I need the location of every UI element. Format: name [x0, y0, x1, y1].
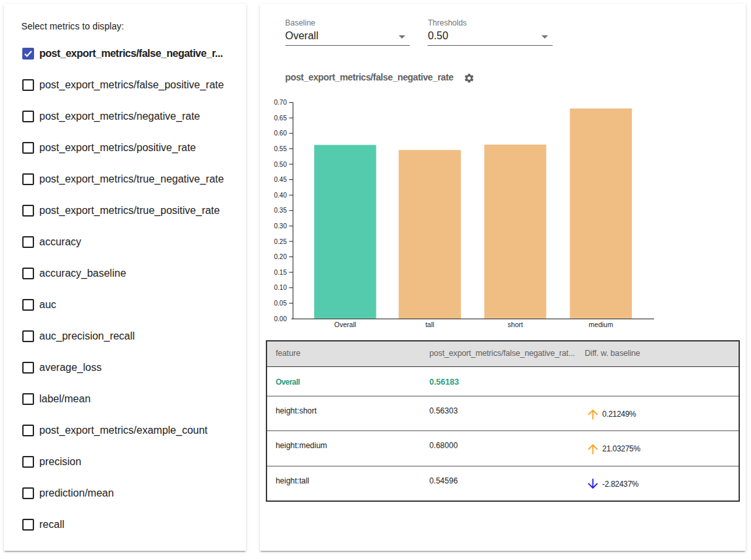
svg-text:Overall: Overall [335, 321, 356, 328]
svg-text:0.20: 0.20 [274, 253, 287, 260]
svg-text:short: short [507, 321, 522, 328]
svg-text:0.10: 0.10 [274, 284, 287, 291]
svg-text:0.60: 0.60 [274, 130, 287, 137]
svg-text:0.15: 0.15 [274, 269, 287, 276]
svg-text:0.50: 0.50 [274, 161, 287, 168]
svg-text:0.40: 0.40 [274, 192, 287, 199]
svg-text:0.55: 0.55 [274, 145, 287, 152]
svg-text:0.45: 0.45 [274, 176, 287, 183]
svg-text:0.35: 0.35 [274, 207, 287, 214]
svg-text:medium: medium [589, 321, 614, 328]
svg-text:0.65: 0.65 [274, 114, 287, 122]
svg-text:0.00: 0.00 [274, 315, 287, 323]
svg-text:0.70: 0.70 [274, 99, 287, 106]
svg-text:0.30: 0.30 [274, 222, 287, 230]
svg-text:0.25: 0.25 [274, 238, 287, 245]
svg-text:tall: tall [426, 321, 434, 328]
svg-text:0.05: 0.05 [274, 300, 287, 307]
